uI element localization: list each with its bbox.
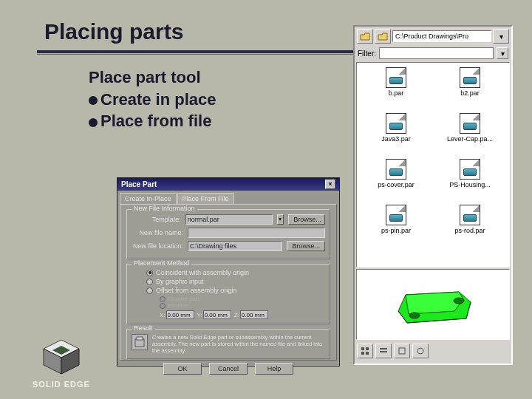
file-item[interactable]: Lever-Cap.pa... (434, 113, 506, 156)
file-item[interactable]: PS-Housing... (434, 159, 506, 202)
radio-icon (146, 279, 153, 285)
dialog-title-text: Place Part (121, 180, 157, 188)
z-label: Z: (234, 312, 239, 318)
file-name: ps-cover.par (378, 181, 415, 188)
folder-button[interactable] (375, 29, 391, 44)
group-title: New File Information (132, 205, 197, 212)
filter-dropdown-button[interactable]: ▾ (497, 47, 508, 59)
part-3d-preview (385, 279, 481, 330)
filter-label: Filter: (358, 50, 376, 58)
body-heading: Place part tool (89, 66, 216, 89)
template-input[interactable] (185, 214, 273, 225)
part-file-icon (386, 159, 406, 180)
up-folder-button[interactable] (357, 29, 373, 44)
view-icons-button[interactable] (357, 344, 373, 358)
radio-label: Offset from assembly origin (156, 287, 236, 294)
svg-point-0 (454, 298, 464, 304)
svg-point-9 (417, 348, 423, 354)
bullet-text: Create in place (100, 90, 216, 109)
placement-sub-position: Position (160, 302, 325, 309)
svg-rect-4 (361, 352, 364, 355)
x-input[interactable] (166, 310, 194, 319)
path-dropdown-button[interactable]: ▾ (493, 29, 509, 44)
ok-button[interactable]: OK (163, 363, 202, 375)
part-file-icon (460, 159, 480, 180)
preview-pane (356, 269, 510, 340)
dialog-body: Create In-Place Place From File New File… (117, 191, 339, 365)
slide-title: Placing parts (44, 19, 183, 44)
new-file-info-group: New File Information Template: ▾ Browse.… (126, 209, 330, 259)
place-part-dialog: Place Part × Create In-Place Place From … (117, 177, 340, 366)
bullet-icon (89, 118, 98, 127)
svg-rect-2 (361, 347, 364, 350)
filter-input[interactable] (379, 47, 494, 59)
file-browser-toolbar: C:\Product Drawings\Pro ▾ (355, 27, 511, 46)
browse-location-button[interactable]: Browse... (287, 241, 325, 251)
file-name: Lever-Cap.pa... (447, 135, 493, 143)
part-file-icon (460, 205, 480, 225)
result-text: Creates a new Solid Edge part or subasse… (152, 334, 325, 354)
filename-label: New file name: (132, 229, 183, 236)
tab-create-in-place[interactable]: Create In-Place (120, 193, 177, 204)
radio-label: Ground part (168, 296, 200, 302)
zoom-fit-button[interactable] (394, 344, 410, 358)
logo-text: SOLID EDGE (33, 380, 90, 389)
path-field[interactable]: C:\Product Drawings\Pro (392, 30, 491, 42)
options-button[interactable] (412, 344, 429, 358)
close-button[interactable]: × (325, 180, 335, 189)
placement-method-group: Placement Method Coincident with assembl… (126, 264, 330, 324)
file-item[interactable]: Java3.par (360, 113, 432, 156)
template-label: Template: (132, 216, 181, 223)
bullet-item: Place from file (89, 110, 216, 132)
file-name: Java3.par (381, 135, 411, 143)
result-icon (132, 334, 148, 350)
filename-input[interactable] (188, 228, 325, 238)
dialog-buttons: OK Cancel Help (126, 363, 330, 375)
file-name: b.par (389, 89, 404, 97)
svg-rect-5 (366, 352, 369, 355)
file-item[interactable]: b2.par (434, 67, 506, 110)
xyz-row: X: Y: Z: (160, 310, 325, 319)
placement-opt-coincident[interactable]: Coincident with assembly origin (146, 269, 325, 276)
y-input[interactable] (203, 310, 231, 319)
file-list[interactable]: b.par b2.par Java3.par Lever-Cap.pa... p… (356, 62, 510, 267)
x-label: X: (160, 312, 166, 318)
svg-rect-7 (380, 351, 387, 352)
radio-icon (160, 296, 166, 302)
placement-sub-ground: Ground part (160, 296, 325, 302)
dialog-titlebar[interactable]: Place Part × (117, 178, 339, 191)
part-file-icon (460, 113, 480, 134)
file-browser-panel: C:\Product Drawings\Pro ▾ Filter: ▾ b.pa… (353, 25, 513, 365)
filename-row: New file name: (132, 228, 325, 238)
part-file-icon (386, 67, 406, 88)
group-title: Result (132, 324, 155, 332)
file-name: PS-Housing... (449, 181, 491, 188)
file-item[interactable]: b.par (360, 67, 432, 110)
part-file-icon (386, 113, 406, 134)
z-input[interactable] (240, 310, 268, 319)
location-input[interactable] (188, 241, 282, 251)
placement-opt-graphic[interactable]: By graphic input (146, 278, 325, 285)
part-file-icon (460, 67, 480, 88)
browse-template-button[interactable]: Browse... (288, 214, 325, 225)
svg-rect-11 (137, 337, 143, 340)
svg-rect-6 (380, 348, 387, 349)
view-list-button[interactable] (375, 344, 392, 358)
slide-body: Place part tool Create in place Place fr… (89, 66, 216, 132)
radio-label: By graphic input (156, 278, 204, 285)
solid-edge-logo: SOLID EDGE (33, 338, 90, 389)
file-item[interactable]: ps-cover.par (360, 159, 432, 202)
radio-icon (146, 287, 153, 294)
help-button[interactable]: Help (255, 363, 293, 375)
radio-label: Position (168, 302, 188, 309)
svg-point-1 (409, 313, 420, 318)
template-dropdown-button[interactable]: ▾ (277, 214, 284, 225)
tab-place-from-file[interactable]: Place From File (177, 193, 234, 204)
svg-rect-3 (366, 347, 369, 350)
file-item[interactable]: ps-pin.par (360, 205, 432, 248)
file-item[interactable]: ps-rod.par (434, 205, 506, 248)
logo-cube-icon (39, 338, 83, 375)
part-file-icon (386, 205, 406, 225)
cancel-button[interactable]: Cancel (209, 363, 248, 375)
placement-opt-offset[interactable]: Offset from assembly origin (146, 287, 325, 294)
